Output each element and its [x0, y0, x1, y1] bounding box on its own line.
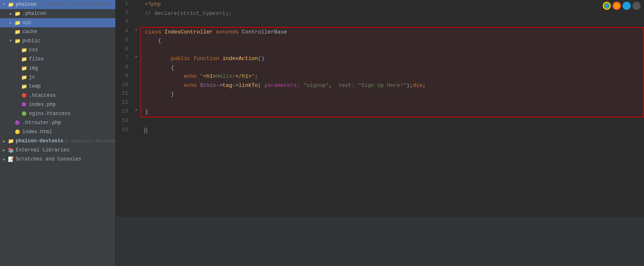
- code-line-4: 4 ▼ class IndexController extends Contro…: [116, 27, 644, 37]
- gutter-11: [132, 90, 141, 99]
- fold-marker-13[interactable]: ▼: [135, 108, 137, 113]
- gutter-9: [132, 72, 141, 81]
- arrow-icon: ▶: [8, 20, 13, 25]
- bottom-gutter: [116, 216, 644, 266]
- line-content-9[interactable]: echo "<h1>Hello!</h1>";: [141, 72, 644, 81]
- chrome-icon[interactable]: [603, 2, 611, 10]
- line-content-7[interactable]: public function indexAction(): [141, 54, 644, 63]
- line-content-1[interactable]: <?php: [141, 0, 644, 9]
- code-line-8: 8 {: [116, 63, 644, 72]
- line-content-6[interactable]: [141, 46, 644, 55]
- sidebar-item-js[interactable]: ▶ 📁 js: [0, 73, 115, 82]
- sidebar-item-phalcon-root[interactable]: ▼ 📁 phalcon D:\phpstudy_pro\WWW\phalcon: [0, 0, 115, 9]
- code-area[interactable]: 1 <?php 2 // declare(strict_types=1); 3: [116, 0, 644, 216]
- arrow-icon: ▶: [2, 148, 7, 153]
- line-content-15[interactable]: |: [141, 126, 644, 135]
- line-num-5: 5: [116, 36, 132, 46]
- fold-marker-4[interactable]: ▼: [135, 28, 137, 32]
- sidebar-label-dot-phalcon: .phalcon: [22, 11, 46, 17]
- sidebar-label-devtools: phalcon-devtools: [16, 138, 63, 144]
- gutter-5: [132, 36, 141, 46]
- folder-icon: 📁: [7, 138, 14, 144]
- sidebar-label-js: js: [29, 74, 35, 80]
- code-line-2: 2 // declare(strict_types=1);: [116, 9, 644, 18]
- gutter-6: [132, 46, 141, 55]
- folder-icon: 📁: [14, 38, 21, 44]
- sidebar-label-index-php: index.php: [29, 102, 56, 108]
- line-num-6: 6: [116, 46, 132, 55]
- sidebar-item-files[interactable]: ▶ 📁 files: [0, 55, 115, 64]
- line-content-2[interactable]: // declare(strict_types=1);: [141, 9, 644, 18]
- ie-icon[interactable]: [623, 2, 631, 10]
- line-content-5[interactable]: {: [141, 36, 644, 46]
- gutter-14: [132, 117, 141, 127]
- firefox-icon[interactable]: [613, 2, 621, 10]
- sidebar-item-nginx-htaccess[interactable]: ▶ 🟢 nginx.htaccess: [0, 109, 115, 118]
- folder-icon: 📁: [21, 83, 27, 90]
- sidebar-item-dot-phalcon[interactable]: ▶ 📁 .phalcon: [0, 9, 115, 18]
- gutter-8: [132, 63, 141, 72]
- line-num-15: 15: [116, 126, 132, 135]
- sidebar-label-cache: cache: [22, 29, 37, 35]
- code-line-13: 13 ▼ }: [116, 108, 644, 117]
- line-content-12[interactable]: [141, 99, 644, 108]
- folder-icon: 📁: [21, 56, 27, 62]
- sidebar-label-files: files: [29, 56, 44, 62]
- sidebar-item-img[interactable]: ▶ 📁 img: [0, 64, 115, 73]
- sidebar-label-app: app: [22, 20, 31, 26]
- nginx-icon: 🟢: [21, 110, 27, 117]
- folder-icon: 📁: [14, 29, 21, 35]
- code-line-11: 11 }: [116, 90, 644, 99]
- line-content-10[interactable]: echo $this->tag->linkTo( parameters: "si…: [141, 81, 644, 90]
- arrow-icon: ▼: [8, 38, 13, 43]
- code-line-15: 15 |: [116, 126, 644, 135]
- folder-icon: 📁: [21, 47, 27, 53]
- code-line-5: 5 {: [116, 36, 644, 46]
- sidebar-item-htaccess[interactable]: ▶ 🔴 .htaccess: [0, 91, 115, 100]
- folder-icon: 📁: [7, 1, 14, 8]
- line-content-11[interactable]: }: [141, 90, 644, 99]
- line-content-13[interactable]: }: [141, 108, 644, 117]
- line-num-1: 1: [116, 0, 132, 9]
- code-line-3: 3: [116, 18, 644, 27]
- sidebar-item-index-php[interactable]: ▶ 🟣 index.php: [0, 100, 115, 109]
- browser-icons: [599, 0, 644, 12]
- sidebar-item-scratches[interactable]: ▶ 📝 Scratches and Consoles: [0, 155, 115, 164]
- line-num-2: 2: [116, 9, 132, 18]
- line-content-14[interactable]: [141, 117, 644, 127]
- sidebar-item-index-html[interactable]: ▶ 🟡 index.html: [0, 127, 115, 137]
- line-content-3[interactable]: [141, 18, 644, 27]
- html-icon: 🟡: [14, 129, 21, 135]
- code-line-10: 10 echo $this->tag->linkTo( parameters: …: [116, 81, 644, 90]
- sidebar-item-external-libs[interactable]: ▶ 📚 External Libraries: [0, 146, 115, 155]
- sidebar-item-cache[interactable]: ▶ 📁 cache: [0, 27, 115, 36]
- sidebar-label-phalcon: phalcon: [16, 2, 36, 7]
- code-line-14: 14: [116, 117, 644, 127]
- sidebar-label-img: img: [29, 65, 38, 71]
- sidebar-item-css[interactable]: ▶ 📁 css: [0, 46, 115, 55]
- sidebar-item-htrouter[interactable]: ▶ 🟣 .htrouter.php: [0, 118, 115, 127]
- arrow-icon: ▼: [2, 2, 7, 7]
- fold-marker-7[interactable]: ▼: [135, 55, 137, 59]
- sidebar-label-nginx-htaccess: nginx.htaccess: [29, 111, 71, 117]
- edge-icon[interactable]: [632, 2, 641, 10]
- sidebar-path-devtools: D:\phalcon-devtools: [65, 139, 116, 144]
- line-num-8: 8: [116, 63, 132, 72]
- library-icon: 📚: [7, 147, 14, 153]
- sidebar-item-app[interactable]: ▶ 📁 app: [0, 18, 115, 27]
- line-content-8[interactable]: {: [141, 63, 644, 72]
- gutter-12: [132, 99, 141, 108]
- folder-icon: 📁: [21, 74, 27, 81]
- folder-icon: 📁: [14, 10, 21, 17]
- sidebar-item-public[interactable]: ▼ 📁 public: [0, 36, 115, 46]
- code-line-9: 9 echo "<h1>Hello!</h1>";: [116, 72, 644, 81]
- arrow-icon: ▶: [2, 139, 7, 144]
- sidebar-item-temp[interactable]: ▶ 📁 temp: [0, 82, 115, 91]
- gutter-15: [132, 126, 141, 135]
- sidebar-item-phalcon-devtools[interactable]: ▶ 📁 phalcon-devtools D:\phalcon-devtools: [0, 137, 115, 146]
- gutter-3: [132, 18, 141, 27]
- file-tree[interactable]: ▼ 📁 phalcon D:\phpstudy_pro\WWW\phalcon …: [0, 0, 116, 266]
- line-content-4[interactable]: class IndexController extends Controller…: [141, 27, 644, 37]
- code-line-7: 7 ▼ public function indexAction(): [116, 54, 644, 63]
- sidebar-label-temp: temp: [29, 84, 41, 89]
